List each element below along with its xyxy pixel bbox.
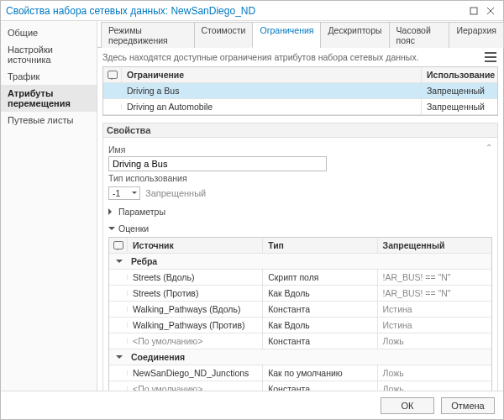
eval-value: Истина — [378, 318, 491, 333]
sidebar-item-label: Путевые листы — [8, 115, 73, 125]
chevron-right-icon — [108, 207, 115, 217]
eval-source: Streets (Вдоль) — [128, 270, 263, 285]
restriction-row[interactable]: Driving a Bus Запрещенный — [103, 83, 497, 99]
col-restriction: Ограничение — [122, 67, 422, 82]
evaluator-row[interactable]: <По умолчанию>КонстантаЛожь — [109, 333, 491, 349]
restriction-usage: Запрещенный — [422, 83, 497, 98]
restrictions-header: Ограничение Использование — [103, 67, 497, 83]
group-junctions[interactable]: Соединения — [109, 349, 491, 365]
restriction-row[interactable]: Driving an Automobile Запрещенный — [103, 99, 497, 115]
sidebar-item-label: Атрибуты перемещения — [8, 88, 71, 108]
dialog-window: Свойства набора сетевых данных: NewSanDi… — [0, 0, 504, 420]
sidebar-item-source-settings[interactable]: Настройки источника — [1, 41, 97, 68]
hamburger-menu-icon[interactable] — [483, 51, 498, 63]
dialog-body: Общие Настройки источника Трафик Атрибут… — [1, 21, 503, 391]
eval-type: Как Вдоль — [263, 318, 377, 333]
restriction-name: Driving an Automobile — [122, 99, 422, 114]
dialog-footer: ОК Отмена — [1, 391, 503, 419]
chevron-down-icon — [116, 352, 123, 362]
ok-button[interactable]: ОК — [381, 397, 434, 414]
restrictions-table: Ограничение Использование Driving a Bus … — [102, 66, 498, 116]
eval-type: Константа — [263, 302, 377, 317]
tab-bar: Режимы передвижения Стоимости Ограничени… — [97, 21, 503, 48]
usage-type-value: Запрещенный — [145, 188, 206, 198]
cancel-button[interactable]: Отмена — [441, 397, 495, 414]
eval-value: !AR_BUS! == "N" — [378, 286, 491, 301]
evaluators-table: Источник Тип Запрещенный Ребра Streets (… — [108, 237, 492, 391]
evaluators-label: Оценки — [118, 223, 149, 234]
eval-value: Истина — [378, 302, 491, 317]
eval-type: Скрипт поля — [263, 270, 377, 285]
evaluator-row[interactable]: Walking_Pathways (Вдоль)КонстантаИстина — [109, 302, 491, 318]
maximize-button[interactable] — [466, 3, 481, 18]
group-label: Соединения — [131, 352, 185, 362]
properties-section: Свойства ⌃ Имя Тип использования -1 Запр… — [102, 123, 498, 391]
group-edges[interactable]: Ребра — [109, 254, 491, 270]
main-panel: Режимы передвижения Стоимости Ограничени… — [97, 21, 503, 391]
col-value: Запрещенный — [378, 238, 491, 253]
chat-icon — [108, 71, 118, 79]
eval-source: Walking_Pathways (Против) — [128, 318, 263, 333]
sidebar: Общие Настройки источника Трафик Атрибут… — [1, 21, 97, 391]
info-bar: Здесь находятся доступные ограничения ат… — [97, 48, 503, 66]
sidebar-item-traffic[interactable]: Трафик — [1, 68, 97, 85]
eval-type: Константа — [263, 381, 377, 391]
evaluator-row[interactable]: Streets (Вдоль)Скрипт поля!AR_BUS! == "N… — [109, 270, 491, 286]
properties-body: ⌃ Имя Тип использования -1 Запрещенный П… — [102, 137, 498, 391]
name-label: Имя — [108, 144, 492, 155]
evaluator-row[interactable]: Walking_Pathways (Против)Как ВдольИстина — [109, 318, 491, 333]
parameters-label: Параметры — [118, 207, 165, 217]
evaluator-row[interactable]: NewSanDiego_ND_JunctionsКак по умолчанию… — [109, 365, 491, 381]
evaluators-header: Источник Тип Запрещенный — [109, 238, 491, 254]
properties-title: Свойства — [102, 123, 498, 137]
usage-number-dropdown[interactable]: -1 — [108, 186, 140, 200]
restriction-name: Driving a Bus — [122, 83, 422, 98]
evaluator-row[interactable]: Streets (Против)Как Вдоль!AR_BUS! == "N" — [109, 286, 491, 302]
eval-source: <По умолчанию> — [128, 333, 263, 349]
sidebar-item-general[interactable]: Общие — [1, 24, 97, 41]
eval-type: Как по умолчанию — [263, 365, 377, 381]
sidebar-item-label: Настройки источника — [8, 45, 53, 65]
col-source: Источник — [128, 238, 263, 253]
evaluators-expander[interactable]: Оценки — [108, 223, 492, 234]
eval-type: Как Вдоль — [263, 286, 377, 301]
comment-column-icon — [109, 239, 128, 252]
eval-source: <По умолчанию> — [128, 381, 263, 391]
content-scroll[interactable]: Ограничение Использование Driving a Bus … — [97, 66, 503, 391]
eval-value: Ложь — [378, 365, 491, 381]
chevron-down-icon — [116, 256, 123, 266]
sidebar-item-label: Общие — [8, 28, 38, 38]
tab-costs[interactable]: Стоимости — [194, 22, 254, 48]
window-title: Свойства набора сетевых данных: NewSanDi… — [6, 5, 465, 17]
group-label: Ребра — [131, 256, 157, 266]
eval-type: Константа — [263, 333, 377, 349]
sidebar-item-label: Трафик — [8, 71, 39, 81]
tab-time-zone[interactable]: Часовой пояс — [389, 22, 450, 48]
parameters-expander[interactable]: Параметры — [108, 207, 492, 217]
eval-value: !AR_BUS! == "N" — [378, 270, 491, 285]
tab-hierarchy[interactable]: Иерархия — [449, 22, 504, 48]
eval-value: Ложь — [378, 381, 491, 391]
name-input[interactable] — [108, 156, 327, 171]
close-button[interactable] — [483, 3, 498, 18]
sidebar-item-travel-attributes[interactable]: Атрибуты перемещения — [1, 85, 97, 112]
collapse-icon[interactable]: ⌃ — [486, 143, 492, 152]
eval-value: Ложь — [378, 333, 491, 349]
eval-source: NewSanDiego_ND_Junctions — [128, 365, 263, 381]
tab-descriptors[interactable]: Дескрипторы — [320, 22, 389, 48]
comment-column-icon — [103, 68, 122, 81]
tab-travel-modes[interactable]: Режимы передвижения — [101, 22, 195, 48]
sidebar-item-directions[interactable]: Путевые листы — [1, 112, 97, 129]
usage-type-label: Тип использования — [108, 173, 492, 183]
col-type: Тип — [263, 238, 377, 253]
chevron-down-icon — [108, 223, 115, 234]
eval-source: Streets (Против) — [128, 286, 263, 301]
title-bar: Свойства набора сетевых данных: NewSanDi… — [1, 1, 503, 21]
chat-icon — [113, 241, 123, 249]
tab-restrictions[interactable]: Ограничения — [252, 22, 321, 48]
restriction-usage: Запрещенный — [422, 99, 497, 114]
svg-rect-0 — [470, 8, 477, 14]
evaluator-row[interactable]: <По умолчанию>КонстантаЛожь — [109, 381, 491, 391]
info-text: Здесь находятся доступные ограничения ат… — [102, 52, 419, 62]
col-usage: Использование — [422, 67, 497, 82]
